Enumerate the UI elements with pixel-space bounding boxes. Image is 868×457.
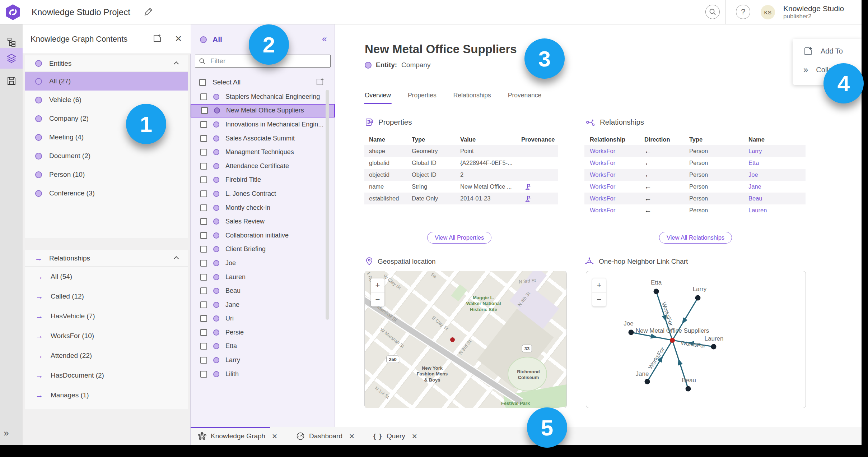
entity-list-item[interactable]: Etta — [191, 340, 335, 354]
link-chart-node[interactable] — [695, 295, 701, 301]
relationship-link[interactable]: WorksFor — [584, 195, 644, 202]
entity-list-item[interactable]: L. Jones Contract — [191, 187, 335, 201]
close-tab-icon[interactable]: ✕ — [272, 432, 277, 440]
related-entity-link[interactable]: Larry — [748, 148, 795, 154]
view-all-properties-button[interactable]: View All Properties — [427, 232, 491, 244]
close-tab-icon[interactable]: ✕ — [349, 432, 355, 440]
link-chart-node[interactable] — [645, 379, 650, 384]
detail-tab[interactable]: Properties — [408, 92, 437, 104]
detail-tab[interactable]: Overview — [365, 92, 391, 104]
item-checkbox[interactable] — [200, 163, 207, 170]
close-panel-button[interactable]: ✕ — [175, 34, 182, 44]
item-checkbox[interactable] — [200, 121, 207, 128]
item-checkbox[interactable] — [200, 190, 207, 197]
expand-rail-button[interactable]: » — [4, 428, 9, 439]
zoom-in-button[interactable]: + — [592, 278, 606, 292]
item-checkbox[interactable] — [200, 343, 207, 350]
entity-type-item[interactable]: Vehicle (6) — [25, 91, 188, 109]
zoom-in-button[interactable]: + — [371, 278, 384, 292]
link-chart-node[interactable] — [629, 330, 634, 335]
provenance-cell[interactable] — [521, 195, 557, 202]
item-checkbox[interactable] — [200, 357, 207, 364]
entity-list-item[interactable]: Uri — [191, 312, 335, 326]
entity-list-item[interactable]: Innovations in Mechanical Engin... — [191, 117, 335, 131]
item-checkbox[interactable] — [200, 329, 207, 336]
tab-dashboard[interactable]: Dashboard ✕ — [296, 432, 355, 440]
provenance-cell[interactable] — [521, 183, 557, 190]
entity-list-item[interactable]: Firebird Title — [191, 173, 335, 187]
item-checkbox[interactable] — [200, 287, 207, 294]
zoom-out-button[interactable]: − — [592, 292, 606, 306]
item-checkbox[interactable] — [200, 315, 207, 322]
provenance-cell[interactable] — [521, 148, 557, 155]
relationship-type-item[interactable]: → All (54) — [25, 267, 188, 286]
entity-type-item[interactable]: Person (10) — [25, 165, 188, 184]
geospatial-map[interactable]: + − k RdW Clay StSaN 3rd StN 4th StMaggi… — [364, 271, 567, 408]
add-to-menu-item[interactable]: Add To — [793, 42, 862, 60]
detail-tab[interactable]: Provenance — [508, 92, 541, 104]
relationship-link[interactable]: WorksFor — [584, 160, 644, 166]
save-button[interactable] — [0, 70, 23, 91]
entity-list-item[interactable]: Sales Review — [191, 214, 335, 228]
item-checkbox[interactable] — [200, 176, 207, 183]
entity-list-item[interactable]: Lauren — [191, 270, 335, 284]
entity-list-item[interactable]: Jane — [191, 298, 335, 312]
entity-type-item[interactable]: All (27) — [25, 72, 188, 91]
add-selection-icon[interactable] — [316, 78, 324, 86]
entity-type-item[interactable]: Conference (3) — [25, 184, 188, 203]
relationship-link[interactable]: WorksFor — [584, 171, 644, 178]
entity-list-item[interactable]: Staplers Mechanical Engineering — [191, 90, 335, 104]
item-checkbox[interactable] — [200, 301, 207, 308]
entity-list-item[interactable]: New Metal Office Suppliers — [191, 104, 335, 118]
item-checkbox[interactable] — [200, 260, 207, 267]
item-checkbox[interactable] — [200, 93, 207, 100]
item-checkbox[interactable] — [200, 149, 207, 156]
entity-list-item[interactable]: Sales Associate Summit — [191, 131, 335, 146]
edit-title-icon[interactable] — [144, 7, 153, 17]
entity-list-item[interactable]: Larry — [191, 353, 335, 367]
relationship-link[interactable]: WorksFor — [584, 148, 644, 154]
view-all-relationships-button[interactable]: View All Relationships — [659, 232, 732, 244]
entity-type-item[interactable]: Document (2) — [25, 147, 188, 165]
link-chart-node[interactable] — [711, 344, 717, 350]
zoom-out-button[interactable]: − — [371, 292, 384, 306]
provenance-cell[interactable] — [521, 160, 557, 167]
related-entity-link[interactable]: Joe — [748, 171, 795, 178]
entity-list-item[interactable]: Montly check-in — [191, 201, 335, 215]
relationship-link[interactable]: WorksFor — [584, 183, 644, 190]
entities-section-header[interactable]: Entities — [25, 55, 188, 72]
collapse-panel-icon[interactable]: « — [322, 34, 327, 43]
relationships-section-header[interactable]: → Relationships — [25, 250, 188, 267]
tab-query[interactable]: { } Query ✕ — [373, 432, 417, 440]
link-chart-center-node[interactable] — [670, 338, 675, 343]
item-checkbox[interactable] — [200, 371, 207, 378]
link-chart-node[interactable] — [654, 289, 659, 294]
tab-knowledge-graph[interactable]: Knowledge Graph ✕ — [198, 432, 277, 440]
item-checkbox[interactable] — [200, 246, 207, 253]
close-tab-icon[interactable]: ✕ — [412, 432, 417, 440]
item-checkbox[interactable] — [200, 218, 207, 225]
relationship-type-item[interactable]: → HasVehicle (7) — [25, 306, 188, 326]
entity-list-item[interactable]: Persie — [191, 326, 335, 340]
search-button[interactable] — [705, 5, 720, 19]
entity-list-item[interactable]: Collaboration initiative — [191, 228, 335, 243]
item-checkbox[interactable] — [200, 204, 207, 211]
entity-list-item[interactable]: Managment Techniques — [191, 145, 335, 159]
related-entity-link[interactable]: Lauren — [748, 207, 795, 214]
entity-list-item[interactable]: Beau — [191, 284, 335, 298]
relationship-type-item[interactable]: → HasDocument (2) — [25, 365, 188, 385]
relationship-link[interactable]: WorksFor — [584, 207, 644, 214]
select-all-row[interactable]: Select All — [191, 75, 335, 90]
item-checkbox[interactable] — [200, 274, 207, 281]
item-checkbox[interactable] — [201, 107, 208, 114]
list-scrollbar[interactable] — [326, 90, 329, 320]
avatar[interactable]: KS — [761, 5, 775, 19]
detail-tab[interactable]: Relationships — [453, 92, 491, 104]
entity-list-item[interactable]: Joe — [191, 256, 335, 270]
relationship-type-item[interactable]: → Attended (22) — [25, 346, 188, 365]
provenance-cell[interactable] — [521, 171, 557, 179]
entity-list-item[interactable]: Attendance Certificate — [191, 159, 335, 173]
contents-layers-button[interactable] — [0, 48, 23, 69]
relationship-type-item[interactable]: → Called (12) — [25, 286, 188, 306]
relationship-type-item[interactable]: → WorksFor (10) — [25, 326, 188, 346]
